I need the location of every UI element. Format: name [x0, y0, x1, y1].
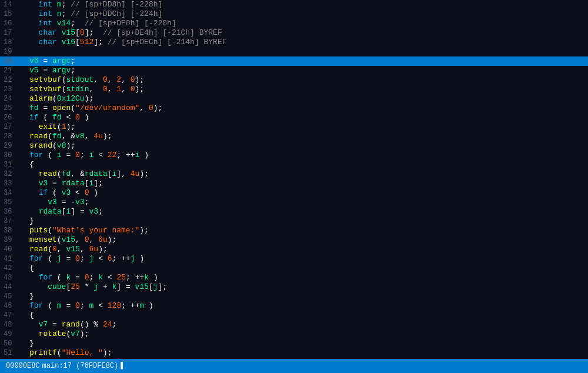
code-line: char v16[512]; // [sp+DECh] [-214h] BYRE… — [18, 38, 588, 47]
line-number: 33 — [0, 179, 18, 188]
code-editor[interactable]: 14 int m; // [sp+DD8h] [-228h]15 int n; … — [0, 0, 588, 359]
code-table: 14 int m; // [sp+DD8h] [-228h]15 int n; … — [0, 0, 588, 359]
line-number: 34 — [0, 188, 18, 198]
code-line: } — [18, 217, 588, 226]
table-row: 21 v5 = argv; — [0, 66, 588, 75]
table-row: 43 for ( k = 0; k < 25; ++k ) — [0, 273, 588, 282]
line-number: 47 — [0, 311, 18, 320]
table-row: 46 for ( m = 0; m < 128; ++m ) — [0, 301, 588, 311]
line-number: 50 — [0, 339, 18, 348]
table-row: 23 setvbuf(stdin, 0, 1, 0); — [0, 85, 588, 94]
line-number: 30 — [0, 151, 18, 160]
line-number: 35 — [0, 198, 18, 207]
table-row: 32 read(fd, &rdata[i], 4u); — [0, 169, 588, 179]
line-number: 49 — [0, 329, 18, 339]
line-number: 41 — [0, 254, 18, 264]
table-row: 18 char v16[512]; // [sp+DECh] [-214h] B… — [0, 38, 588, 47]
line-number: 40 — [0, 245, 18, 254]
line-number: 20 — [0, 56, 18, 66]
code-line: int m; // [sp+DD8h] [-228h] — [18, 0, 588, 9]
line-number: 22 — [0, 75, 18, 85]
table-row: 31 { — [0, 160, 588, 169]
line-number: 25 — [0, 104, 18, 113]
line-number: 36 — [0, 207, 18, 217]
code-line: for ( m = 0; m < 128; ++m ) — [18, 301, 588, 311]
line-number: 39 — [0, 235, 18, 245]
table-row: 41 for ( j = 0; j < 6; ++j ) — [0, 254, 588, 264]
line-number: 19 — [0, 47, 18, 56]
code-line: read(0, v15, 6u); — [18, 245, 588, 254]
code-line: rotate(v7); — [18, 329, 588, 339]
code-line: for ( j = 0; j < 6; ++j ) — [18, 254, 588, 264]
code-line: memset(v15, 0, 6u); — [18, 235, 588, 245]
code-line: v7 = rand() % 24; — [18, 320, 588, 329]
table-row: 38 puts("What's your name:"); — [0, 226, 588, 235]
table-row: 45 } — [0, 292, 588, 301]
code-line: exit(1); — [18, 122, 588, 132]
table-row: 16 int v14; // [sp+DE0h] [-220h] — [0, 19, 588, 28]
line-number: 45 — [0, 292, 18, 301]
table-row: 44 cube[25 * j + k] = v15[j]; — [0, 282, 588, 292]
line-number: 46 — [0, 301, 18, 311]
code-line: } — [18, 292, 588, 301]
table-row: 14 int m; // [sp+DD8h] [-228h] — [0, 0, 588, 9]
code-line: read(fd, &v8, 4u); — [18, 132, 588, 141]
line-number: 51 — [0, 348, 18, 358]
table-row: 40 read(0, v15, 6u); — [0, 245, 588, 254]
code-line: puts("What's your name:"); — [18, 226, 588, 235]
line-number: 15 — [0, 9, 18, 19]
table-row: 37 } — [0, 217, 588, 226]
code-line: v6 = argc; — [18, 56, 588, 66]
table-row: 24 alarm(0x12Cu); — [0, 94, 588, 104]
code-line: v5 = argv; — [18, 66, 588, 75]
table-row: 29 srand(v8); — [0, 141, 588, 151]
line-number: 37 — [0, 217, 18, 226]
code-line — [18, 47, 588, 56]
line-number: 26 — [0, 113, 18, 122]
code-line: int v14; // [sp+DE0h] [-220h] — [18, 19, 588, 28]
line-number: 18 — [0, 38, 18, 47]
line-number: 43 — [0, 273, 18, 282]
code-line: printf("Hello, "); — [18, 348, 588, 358]
table-row: 26 if ( fd < 0 ) — [0, 113, 588, 122]
code-line: v3 = rdata[i]; — [18, 179, 588, 188]
table-row: 52 write(1, cube, 0x96u); — [0, 358, 588, 359]
line-number: 14 — [0, 0, 18, 9]
line-number: 44 — [0, 282, 18, 292]
line-number: 38 — [0, 226, 18, 235]
table-row: 30 for ( i = 0; i < 22; ++i ) — [0, 151, 588, 160]
table-row: 42 { — [0, 264, 588, 273]
status-address: 00000E8C — [6, 362, 40, 370]
table-row: 15 int n; // [sp+DDCh] [-224h] — [0, 9, 588, 19]
line-number: 52 — [0, 358, 18, 359]
code-line: for ( k = 0; k < 25; ++k ) — [18, 273, 588, 282]
table-row: 36 rdata[i] = v3; — [0, 207, 588, 217]
line-number: 16 — [0, 19, 18, 28]
code-line: write(1, cube, 0x96u); — [18, 358, 588, 359]
code-line: for ( i = 0; i < 22; ++i ) — [18, 151, 588, 160]
code-line: alarm(0x12Cu); — [18, 94, 588, 104]
table-row: 33 v3 = rdata[i]; — [0, 179, 588, 188]
code-line: rdata[i] = v3; — [18, 207, 588, 217]
table-row: 49 rotate(v7); — [0, 329, 588, 339]
table-row: 25 fd = open("/dev/urandom", 0); — [0, 104, 588, 113]
line-number: 27 — [0, 122, 18, 132]
code-line: read(fd, &rdata[i], 4u); — [18, 169, 588, 179]
table-row: 17 char v15[8]; // [sp+DE4h] [-21Ch] BYR… — [0, 28, 588, 38]
table-row: 50 } — [0, 339, 588, 348]
table-row: 28 read(fd, &v8, 4u); — [0, 132, 588, 141]
line-number: 23 — [0, 85, 18, 94]
table-row: 39 memset(v15, 0, 6u); — [0, 235, 588, 245]
table-row: 22 setvbuf(stdout, 0, 2, 0); — [0, 75, 588, 85]
line-number: 42 — [0, 264, 18, 273]
code-line: if ( v3 < 0 ) — [18, 188, 588, 198]
table-row: 51 printf("Hello, "); — [0, 348, 588, 358]
line-number: 17 — [0, 28, 18, 38]
code-line: } — [18, 339, 588, 348]
table-row: 48 v7 = rand() % 24; — [0, 320, 588, 329]
table-row: 35 v3 = -v3; — [0, 198, 588, 207]
line-number: 31 — [0, 160, 18, 169]
cursor-indicator: ▌ — [121, 362, 125, 370]
status-bar: 00000E8C main:17 (76FDFE8C) ▌ — [0, 359, 588, 373]
code-line: setvbuf(stdout, 0, 2, 0); — [18, 75, 588, 85]
